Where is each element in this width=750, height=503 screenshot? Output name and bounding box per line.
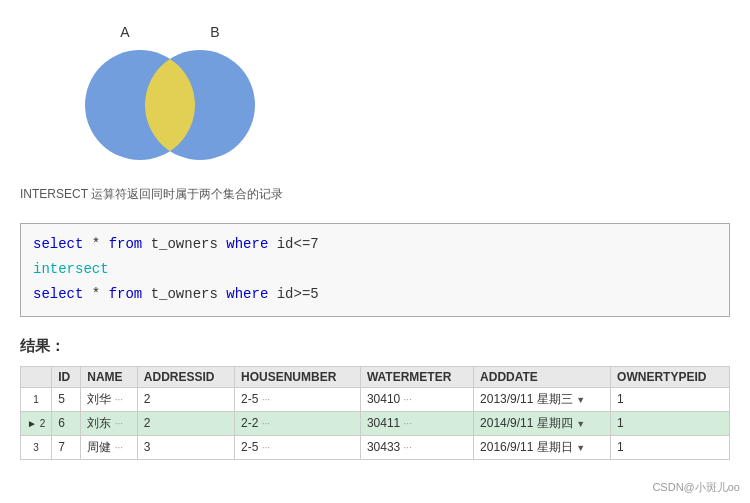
code-table-2: t_owners [151, 286, 227, 302]
code-where-1: where [226, 236, 268, 252]
col-header-adddate: ADDDATE [474, 366, 611, 387]
cell-adddate: 2013/9/11 星期三 ▼ [474, 387, 611, 411]
cell-housenumber: 2-2 ··· [235, 411, 361, 435]
code-from-1: from [109, 236, 143, 252]
code-cond-1: id<=7 [277, 236, 319, 252]
code-table-1: t_owners [151, 236, 227, 252]
row-indicator: 1 [21, 387, 52, 411]
cell-ownertypeid: 1 [611, 387, 730, 411]
venn-container: A B INTERSECT 运算符返回同时属于两个集合的记录 [20, 15, 730, 213]
ellipsis-icon: ··· [115, 442, 123, 453]
table-row[interactable]: 37周健 ···32-5 ···30433 ···2016/9/11 星期日 ▼… [21, 435, 730, 459]
venn-label-a: A [120, 24, 130, 40]
cell-addressid: 2 [137, 387, 234, 411]
dropdown-arrow-icon[interactable]: ▼ [576, 443, 585, 453]
code-line-3: select * from t_owners where id>=5 [33, 282, 717, 307]
code-line-1: select * from t_owners where id<=7 [33, 232, 717, 257]
col-header-addressid: ADDRESSID [137, 366, 234, 387]
cell-watermeter: 30411 ··· [360, 411, 473, 435]
code-select-1: select [33, 236, 83, 252]
dropdown-arrow-icon[interactable]: ▼ [576, 395, 585, 405]
cell-name: 刘东 ··· [81, 411, 138, 435]
table-row[interactable]: ► 26刘东 ···22-2 ···30411 ···2014/9/11 星期四… [21, 411, 730, 435]
venn-diagram: A B [40, 15, 320, 178]
cell-adddate: 2014/9/11 星期四 ▼ [474, 411, 611, 435]
ellipsis-icon: ··· [115, 394, 123, 405]
code-rest-2: * [92, 286, 109, 302]
col-header-housenumber: HOUSENUMBER [235, 366, 361, 387]
ellipsis-icon: ··· [404, 442, 412, 453]
watermark: CSDN@小斑儿oo [652, 480, 740, 495]
ellipsis-icon: ··· [262, 418, 270, 429]
code-line-2: intersect [33, 257, 717, 282]
ellipsis-icon: ··· [404, 394, 412, 405]
ellipsis-icon: ··· [262, 442, 270, 453]
col-header-indicator [21, 366, 52, 387]
results-label: 结果： [20, 337, 730, 356]
code-from-2: from [109, 286, 143, 302]
ellipsis-icon: ··· [404, 418, 412, 429]
code-rest-1: * [92, 236, 109, 252]
code-where-2: where [226, 286, 268, 302]
ellipsis-icon: ··· [115, 418, 123, 429]
cell-ownertypeid: 1 [611, 411, 730, 435]
code-cond-2: id>=5 [277, 286, 319, 302]
code-block: select * from t_owners where id<=7 inter… [20, 223, 730, 317]
cell-id: 6 [52, 411, 81, 435]
dropdown-arrow-icon[interactable]: ▼ [576, 419, 585, 429]
venn-label-b: B [210, 24, 219, 40]
col-header-name: NAME [81, 366, 138, 387]
cell-name: 周健 ··· [81, 435, 138, 459]
cell-id: 5 [52, 387, 81, 411]
cell-id: 7 [52, 435, 81, 459]
cell-addressid: 2 [137, 411, 234, 435]
col-header-ownertypeid: OWNERTYPEID [611, 366, 730, 387]
col-header-watermeter: WATERMETER [360, 366, 473, 387]
code-select-2: select [33, 286, 83, 302]
table-row[interactable]: 15刘华 ···22-5 ···30410 ···2013/9/11 星期三 ▼… [21, 387, 730, 411]
ellipsis-icon: ··· [262, 394, 270, 405]
results-table: ID NAME ADDRESSID HOUSENUMBER WATERMETER… [20, 366, 730, 460]
table-header-row: ID NAME ADDRESSID HOUSENUMBER WATERMETER… [21, 366, 730, 387]
cell-addressid: 3 [137, 435, 234, 459]
venn-description: INTERSECT 运算符返回同时属于两个集合的记录 [20, 186, 283, 203]
code-intersect: intersect [33, 261, 109, 277]
cell-adddate: 2016/9/11 星期日 ▼ [474, 435, 611, 459]
cell-watermeter: 30410 ··· [360, 387, 473, 411]
cell-name: 刘华 ··· [81, 387, 138, 411]
cell-ownertypeid: 1 [611, 435, 730, 459]
cell-housenumber: 2-5 ··· [235, 435, 361, 459]
main-container: A B INTERSECT 运算符返回同时属于两个集合的记录 select * … [0, 0, 750, 475]
col-header-id: ID [52, 366, 81, 387]
cell-watermeter: 30433 ··· [360, 435, 473, 459]
row-indicator: ► 2 [21, 411, 52, 435]
cell-housenumber: 2-5 ··· [235, 387, 361, 411]
row-indicator: 3 [21, 435, 52, 459]
